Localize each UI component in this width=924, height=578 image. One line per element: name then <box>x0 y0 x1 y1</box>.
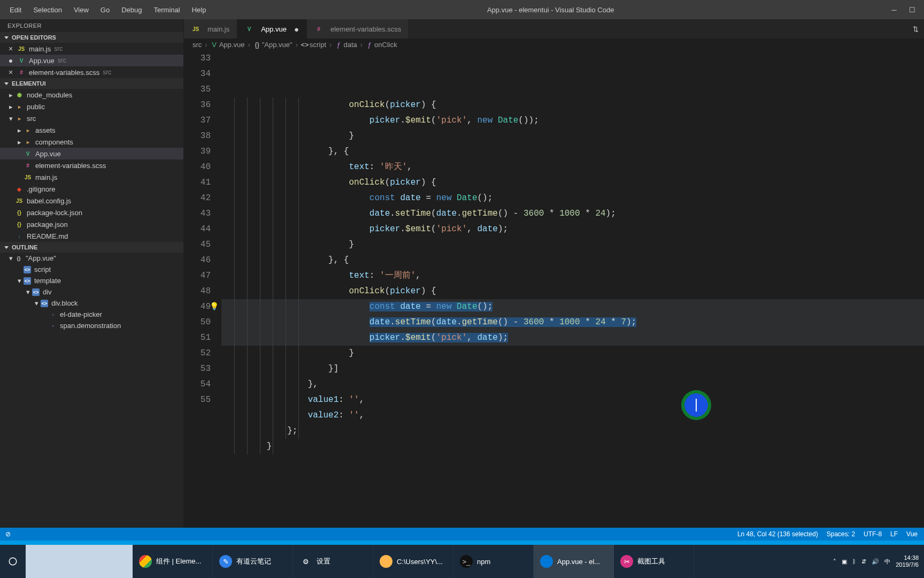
close-icon[interactable]: × <box>7 69 14 76</box>
outline-item[interactable]: ▾<>div.block <box>0 298 183 309</box>
tab-close-icon[interactable]: ● <box>294 25 299 33</box>
tray-volume-icon[interactable]: 🔊 <box>872 558 879 565</box>
open-editors-header[interactable]: OPEN EDITORS <box>0 32 183 43</box>
tray-ime[interactable]: 中 <box>884 558 890 566</box>
code-line[interactable]: text: '一周前', <box>221 268 924 284</box>
breadcrumb-item[interactable]: ƒonClick <box>366 41 397 49</box>
status-spaces[interactable]: Spaces: 2 <box>827 530 855 538</box>
file-item[interactable]: #element-variables.scss <box>0 159 183 171</box>
code-line[interactable]: } <box>221 439 924 454</box>
outline-header[interactable]: OUTLINE <box>0 242 183 253</box>
status-lang[interactable]: Vue <box>906 530 918 538</box>
code-line[interactable]: onClick(picker) { <box>221 175 924 191</box>
taskbar-app[interactable]: 组件 | Eleme... <box>133 545 213 578</box>
close-icon[interactable]: × <box>7 45 14 52</box>
taskbar-search[interactable] <box>26 545 133 578</box>
app-label: App.vue - el... <box>557 558 600 566</box>
file-item[interactable]: VApp.vue <box>0 148 183 159</box>
lightbulb-icon[interactable]: 💡 <box>210 299 219 315</box>
code-line[interactable]: value2: '', <box>221 408 924 423</box>
tray-shield-icon[interactable]: ▣ <box>842 558 847 565</box>
code-line[interactable]: 💡 const date = new Date(); <box>221 299 924 315</box>
file-item[interactable]: ↓README.md <box>0 230 183 242</box>
code-line[interactable]: text: '昨天', <box>221 159 924 175</box>
outline-item[interactable]: ▾<>div <box>0 286 183 298</box>
code-line[interactable]: value1: '', <box>221 392 924 408</box>
editor-tab[interactable]: JSmain.js <box>184 19 237 39</box>
code-line[interactable]: const date = new Date(); <box>221 191 924 206</box>
code-line[interactable]: }, { <box>221 253 924 268</box>
code-line[interactable]: }; <box>221 423 924 439</box>
file-item[interactable]: JSbabel.config.js <box>0 195 183 207</box>
breadcrumb-item[interactable]: {}"App.vue" <box>253 41 292 49</box>
editor-tab[interactable]: #element-variables.scss <box>307 19 409 39</box>
menu-terminal[interactable]: Terminal <box>149 4 186 16</box>
code-line[interactable]: picker.$emit('pick', date); <box>221 222 924 237</box>
outline-item[interactable]: <>script <box>0 264 183 275</box>
outline-item[interactable]: ▾<>template <box>0 275 183 286</box>
breadcrumb-item[interactable]: src <box>192 41 202 49</box>
minimize-icon[interactable]: ─ <box>890 6 898 14</box>
file-item[interactable]: JSmain.js <box>0 171 183 183</box>
folder-item[interactable]: ▸▸assets <box>0 124 183 136</box>
open-editor-item[interactable]: ●VApp.vuesrc <box>0 55 183 66</box>
tray-chevron-icon[interactable]: ˄ <box>833 558 836 565</box>
taskbar-app[interactable]: >_npm <box>453 545 534 578</box>
open-editor-item[interactable]: ×JSmain.jssrc <box>0 43 183 55</box>
maximize-icon[interactable]: ☐ <box>908 6 917 14</box>
folder-item[interactable]: ▸▸public <box>0 101 183 112</box>
menu-debug[interactable]: Debug <box>116 4 147 16</box>
status-left[interactable]: ⊘ <box>0 530 16 538</box>
code-line[interactable]: }, { <box>221 144 924 159</box>
status-encoding[interactable]: UTF-8 <box>864 530 882 538</box>
project-header[interactable]: ELEMENTUI <box>0 78 183 89</box>
file-item[interactable]: {}package-lock.json <box>0 207 183 218</box>
start-button[interactable] <box>0 545 26 578</box>
code-line[interactable]: }, <box>221 377 924 392</box>
code-line[interactable]: picker.$emit('pick', date); <box>221 330 924 346</box>
breadcrumbs[interactable]: src›VApp.vue›{}"App.vue"›<>script›ƒdata›… <box>184 39 924 51</box>
folder-item[interactable]: ▸⬢node_modules <box>0 89 183 101</box>
menu-selection[interactable]: Selection <box>28 4 67 16</box>
editor-tab[interactable]: VApp.vue● <box>237 19 307 39</box>
breadcrumb-item[interactable]: VApp.vue <box>211 41 245 49</box>
folder-item[interactable]: ▸▸components <box>0 136 183 148</box>
code-line[interactable]: date.setTime(date.getTime() - 3600 * 100… <box>221 206 924 222</box>
compare-icon[interactable]: ⇅ <box>913 25 919 33</box>
code-line[interactable]: date.setTime(date.getTime() - 3600 * 100… <box>221 315 924 330</box>
menu-go[interactable]: Go <box>95 4 115 16</box>
outline-item[interactable]: ▫span.demonstration <box>0 320 183 331</box>
outline-item[interactable]: ▾{}"App.vue" <box>0 253 183 264</box>
menu-edit[interactable]: Edit <box>4 4 27 16</box>
file-path: src <box>58 57 66 64</box>
code-editor[interactable]: 3334353637383940414243444546474849505152… <box>184 51 924 528</box>
file-item[interactable]: ◆.gitignore <box>0 183 183 195</box>
breadcrumb-item[interactable]: ƒdata <box>335 41 357 49</box>
status-eol[interactable]: LF <box>890 530 898 538</box>
taskbar-app[interactable]: ✎有道云笔记 <box>213 545 293 578</box>
outline-item[interactable]: ▫el-date-picker <box>0 309 183 320</box>
menu-help[interactable]: Help <box>187 4 212 16</box>
status-position[interactable]: Ln 48, Col 42 (136 selected) <box>737 530 818 538</box>
open-editor-item[interactable]: ×#element-variables.scsssrc <box>0 66 183 78</box>
code-line[interactable]: onClick(picker) { <box>221 284 924 299</box>
code-line[interactable]: } <box>221 346 924 361</box>
code-line[interactable]: onClick(picker) { <box>221 97 924 113</box>
close-icon[interactable]: ● <box>7 57 14 64</box>
breadcrumb-item[interactable]: <>script <box>301 41 326 49</box>
code-line[interactable]: }] <box>221 361 924 377</box>
code-line[interactable]: } <box>221 128 924 144</box>
menu-view[interactable]: View <box>68 4 94 16</box>
tray-network-icon[interactable]: ⇵ <box>861 558 866 565</box>
taskbar-app[interactable]: ✂截图工具 <box>614 545 694 578</box>
code-line[interactable]: } <box>221 237 924 253</box>
file-item[interactable]: {}package.json <box>0 218 183 230</box>
code-line[interactable]: picker.$emit('pick', new Date()); <box>221 113 924 128</box>
taskbar-app[interactable]: C:\Users\YY\... <box>373 545 453 578</box>
folder-item[interactable]: ▾▸src <box>0 112 183 124</box>
taskbar-app[interactable]: App.vue - el... <box>534 545 614 578</box>
taskbar-clock[interactable]: 14:38 2019/7/6 <box>896 554 919 568</box>
taskbar-app[interactable]: ⚙设置 <box>293 545 373 578</box>
tray-bluetooth-icon[interactable]: ᛒ <box>852 558 856 565</box>
code-content[interactable]: onClick(picker) { picker.$emit('pick', n… <box>221 51 924 528</box>
